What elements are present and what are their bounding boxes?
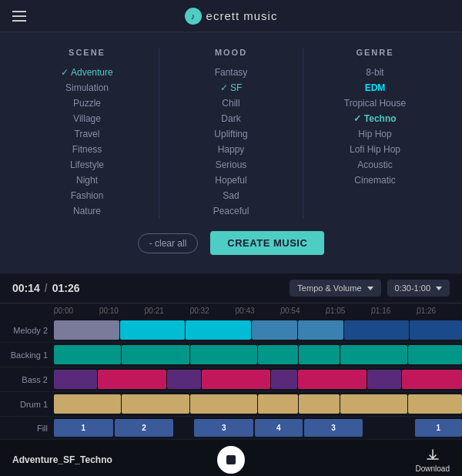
track-blocks-melody2[interactable] [54,318,462,342]
mood-item-serious[interactable]: Serious [167,157,295,173]
hamburger-menu[interactable] [12,11,26,22]
block[interactable] [298,370,367,389]
ruler-marker-4: 00:43 [236,307,281,315]
fill-block-3b[interactable]: 3 [304,419,363,437]
genre-item-hip-hop[interactable]: Hip Hop [311,126,439,142]
fill-block-3a[interactable]: 3 [194,419,253,437]
block[interactable] [402,370,462,389]
app-title: ecrett music [206,9,278,22]
mood-item-peaceful[interactable]: Peaceful [167,203,295,219]
genre-item-cinematic[interactable]: Cinematic [311,173,439,188]
track-blocks-drum1[interactable] [54,392,462,416]
mood-item-sad[interactable]: Sad [167,188,295,203]
fill-block-empty2 [364,419,388,437]
block[interactable] [190,345,257,364]
block[interactable] [167,370,202,389]
block[interactable] [54,394,121,414]
track-blocks-backing1[interactable] [54,343,462,367]
track-melody2: Melody 2 [0,318,462,343]
block[interactable] [122,345,189,364]
header: ♪ ecrett music [0,0,462,32]
track-blocks-fill[interactable]: 1 2 3 4 3 1 [54,417,462,439]
mood-column: MOOD Fantasy ✓ SF Chill Dark Uplifting H… [159,48,303,219]
block[interactable] [299,345,339,364]
block[interactable] [258,345,298,364]
mood-item-fantasy[interactable]: Fantasy [167,65,295,80]
block[interactable] [340,394,407,414]
tempo-volume-button[interactable]: Tempo & Volume [290,280,380,297]
scene-column: SCENE ✓ Adventure Simulation Puzzle Vill… [23,48,159,219]
mood-item-sf[interactable]: ✓ SF [167,80,295,96]
block[interactable] [344,320,410,340]
mood-item-chill[interactable]: Chill [167,96,295,111]
timeline-section: 00:14 / 01:26 Tempo & Volume 0:30-1:00 0… [0,273,462,440]
mood-item-hopeful[interactable]: Hopeful [167,173,295,188]
fill-block-2[interactable]: 2 [115,419,174,437]
track-label-drum1: Drum 1 [0,400,54,409]
fill-block-1[interactable]: 1 [54,419,113,437]
genre-item-tropical-house[interactable]: Tropical House [311,96,439,111]
track-backing1: Backing 1 [0,343,462,367]
block[interactable] [367,370,402,389]
mood-item-happy[interactable]: Happy [167,142,295,157]
mood-item-uplifting[interactable]: Uplifting [167,126,295,142]
ruler-marker-5: 00:54 [280,307,326,315]
stop-button[interactable] [217,446,245,474]
block[interactable] [54,345,121,364]
ruler-marker-8: 01:26 [417,307,462,315]
track-drum1: Drum 1 [0,392,462,417]
fill-block-1b[interactable]: 1 [415,419,462,437]
block[interactable] [54,370,97,389]
block[interactable] [54,320,119,340]
scene-item-village[interactable]: Village [23,111,151,126]
block[interactable] [340,345,407,364]
mood-header: MOOD [167,48,295,57]
scene-item-adventure[interactable]: ✓ Adventure [23,65,151,80]
block[interactable] [298,320,343,340]
scene-item-nature[interactable]: Nature [23,203,151,219]
range-chevron-icon [436,287,442,290]
total-time: 01:26 [52,282,80,294]
block[interactable] [186,320,251,340]
scene-item-travel[interactable]: Travel [23,126,151,142]
range-button[interactable]: 0:30-1:00 [387,280,450,297]
transport-bar: 00:14 / 01:26 Tempo & Volume 0:30-1:00 [0,273,462,303]
scene-item-lifestyle[interactable]: Lifestyle [23,157,151,173]
track-blocks-bass2[interactable] [54,367,462,391]
scene-item-simulation[interactable]: Simulation [23,80,151,96]
genre-column: GENRE 8-bit EDM Tropical House ✓ Techno … [303,48,439,219]
genre-item-edm[interactable]: EDM [311,80,439,96]
logo-icon: ♪ [185,8,202,25]
track-label-melody2: Melody 2 [0,326,54,335]
block[interactable] [202,370,270,389]
genre-item-8bit[interactable]: 8-bit [311,65,439,80]
download-button[interactable]: Download [416,448,450,473]
block[interactable] [258,394,298,414]
block[interactable] [408,345,462,364]
genre-item-techno[interactable]: ✓ Techno [311,111,439,126]
block[interactable] [120,320,186,340]
scene-item-night[interactable]: Night [23,173,151,188]
scene-item-fashion[interactable]: Fashion [23,188,151,203]
tracks-area: Melody 2 Backing 1 [0,318,462,440]
block[interactable] [98,370,166,389]
block[interactable] [408,394,462,414]
scene-item-fitness[interactable]: Fitness [23,142,151,157]
mood-item-dark[interactable]: Dark [167,111,295,126]
block[interactable] [190,394,257,414]
block[interactable] [252,320,297,340]
block[interactable] [410,320,462,340]
genre-item-acoustic[interactable]: Acoustic [311,157,439,173]
block[interactable] [299,394,339,414]
app-logo: ♪ ecrett music [185,8,278,25]
transport-controls: Tempo & Volume 0:30-1:00 [290,280,450,297]
scene-item-puzzle[interactable]: Puzzle [23,96,151,111]
create-music-button[interactable]: CREATE MUSIC [210,231,324,255]
block[interactable] [271,370,296,389]
block[interactable] [122,394,189,414]
genre-item-lofi-hip-hop[interactable]: Lofi Hip Hop [311,142,439,157]
fill-block-4[interactable]: 4 [255,419,302,437]
track-label-backing1: Backing 1 [0,350,54,360]
clear-all-button[interactable]: - clear all [138,233,199,253]
selection-columns: SCENE ✓ Adventure Simulation Puzzle Vill… [23,48,439,219]
